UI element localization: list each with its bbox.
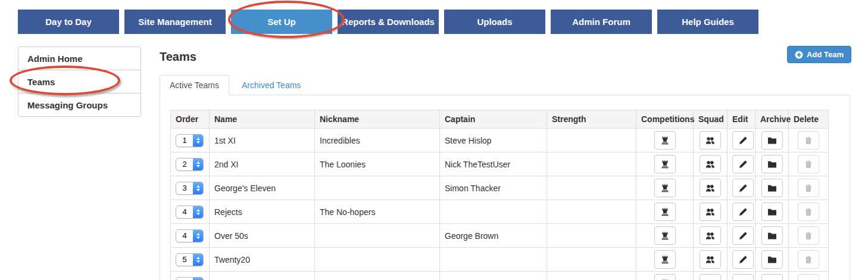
nickname-cell [315,224,440,248]
squad-button-cell [694,153,728,176]
competitions-button[interactable] [654,274,676,280]
sidebar-item-teams[interactable]: Teams [18,70,141,94]
nav-button-reports-downloads[interactable]: Reports & Downloads [338,10,439,34]
column-header-nickname: Nickname [315,110,440,129]
add-team-button[interactable]: Add Team [787,46,851,63]
archive-button[interactable] [761,179,783,197]
pencil-icon [738,183,748,193]
archive-button[interactable] [761,155,783,173]
nav-button-admin-forum[interactable]: Admin Forum [551,10,652,34]
table-row: 5Twenty20 [171,248,829,272]
order-cell: 4 [171,200,210,224]
edit-button[interactable] [732,179,754,197]
squad-button[interactable] [700,131,721,150]
nav-button-day-to-day[interactable]: Day to Day [18,10,119,34]
order-select[interactable] [176,277,204,280]
order-value: 1 [176,135,193,147]
nav-button-help-guides[interactable]: Help Guides [657,10,758,34]
sidebar-menu: Admin HomeTeamsMessaging Groups [18,46,141,117]
competitions-button[interactable] [654,179,676,197]
order-select[interactable]: 4 [176,206,204,219]
order-value: 5 [176,254,193,266]
strength-cell [547,200,636,224]
competitions-button-cell [636,200,694,224]
order-select[interactable]: 4 [176,229,204,242]
column-header-order: Order [171,110,210,129]
competitions-button[interactable] [654,203,676,221]
sidebar-item-admin-home[interactable]: Admin Home [18,46,141,70]
competitions-button[interactable] [654,131,676,150]
competitions-button-cell [636,129,694,153]
nav-button-set-up[interactable]: Set Up [231,10,332,34]
tab-active-teams[interactable]: Active Teams [160,75,229,95]
competitions-button[interactable] [654,155,676,173]
order-select[interactable]: 5 [176,253,204,266]
nav-button-uploads[interactable]: Uploads [444,10,545,34]
squad-button[interactable] [700,203,721,221]
delete-button-cell [789,248,829,272]
nickname-cell [315,248,440,272]
team-name-cell: George's Eleven [210,176,315,200]
folder-icon [767,136,777,145]
order-select[interactable]: 1 [176,134,204,147]
users-icon [705,160,715,169]
archive-button[interactable] [761,203,783,221]
edit-button[interactable] [732,226,754,245]
edit-button[interactable] [732,203,754,221]
trash-icon [804,183,813,193]
squad-button[interactable] [700,226,721,245]
folder-icon [767,183,777,193]
order-select[interactable]: 2 [176,158,204,171]
sidebar-item-messaging-groups[interactable]: Messaging Groups [18,93,141,117]
squad-button-cell [694,129,728,153]
trash-icon [804,231,813,241]
archive-button-cell [755,248,789,272]
squad-button[interactable] [700,274,721,280]
squad-button[interactable] [700,155,721,173]
delete-button-cell [789,129,829,153]
edit-button[interactable] [732,274,754,280]
edit-button[interactable] [732,131,754,150]
stepper-arrows-icon [193,135,203,147]
archive-button[interactable] [761,131,783,150]
delete-button [798,226,819,245]
archive-button[interactable] [761,226,783,245]
edit-button-cell [728,153,755,176]
trash-icon [804,207,813,217]
competitions-button[interactable] [654,226,676,245]
squad-button[interactable] [700,250,721,269]
captain-cell: Simon Thacker [440,176,547,200]
trash-icon [804,255,813,265]
captain-cell: Steve Hislop [440,129,547,153]
table-row: 22nd XIThe LooniesNick TheTestUser [171,153,829,176]
edit-button[interactable] [732,250,754,269]
archive-button[interactable] [761,274,783,280]
nav-button-site-management[interactable]: Site Management [124,10,226,34]
stepper-arrows-icon [193,230,203,242]
column-header-edit: Edit [728,110,755,129]
edit-button[interactable] [732,155,754,173]
team-name-cell [210,272,315,280]
order-value: 2 [176,158,193,170]
trash-icon [804,160,813,169]
edit-button-cell [728,129,755,153]
order-select[interactable]: 3 [176,182,204,195]
competitions-button[interactable] [654,250,676,269]
tab-archived-teams[interactable]: Archived Teams [232,75,311,95]
archive-button-cell [755,224,789,248]
squad-button-cell [694,176,728,200]
delete-button [798,203,819,221]
strength-cell [547,153,636,176]
column-header-strength: Strength [547,110,636,129]
stepper-arrows-icon [193,278,203,280]
archive-button-cell [755,153,789,176]
archive-button[interactable] [761,250,783,269]
folder-icon [767,255,777,265]
nickname-cell: The No-hopers [315,200,440,224]
users-icon [705,231,715,241]
team-name-cell: 1st XI [210,129,315,153]
edit-button-cell [728,200,755,224]
order-value [176,278,193,280]
trophy-icon [660,160,670,169]
squad-button[interactable] [700,179,721,197]
